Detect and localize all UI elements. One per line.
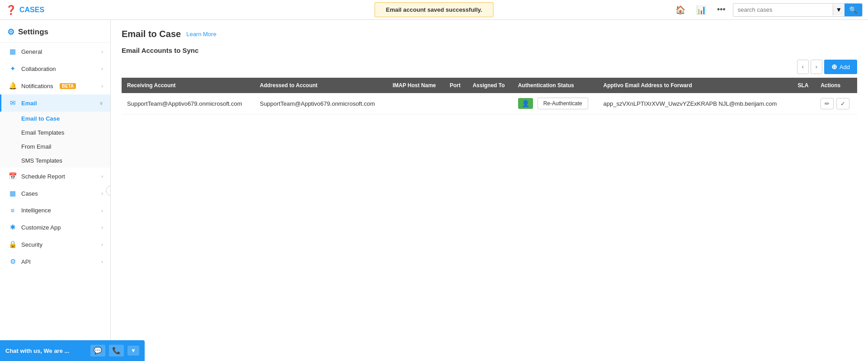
- api-chevron: ›: [101, 259, 103, 264]
- top-navbar: ❓ CASES Email account saved successfully…: [0, 0, 868, 20]
- page-header: Email to Case Learn More: [122, 29, 857, 39]
- email-icon: ✉: [9, 99, 17, 107]
- phone-icon-button[interactable]: 📞: [109, 345, 124, 356]
- sidebar-item-intelligence[interactable]: ≡ Intelligence ›: [0, 202, 110, 219]
- col-addressed-to: Addressed to Account: [255, 78, 387, 93]
- sidebar-subitem-from-email[interactable]: From Email: [0, 140, 110, 154]
- sidebar-item-general[interactable]: ▦ General ›: [0, 43, 110, 60]
- cell-actions: ✏ ✓: [815, 93, 857, 114]
- sidebar-subitem-sms-templates[interactable]: SMS Templates: [0, 154, 110, 168]
- next-button[interactable]: ›: [811, 60, 822, 74]
- notifications-label: Notifications: [21, 83, 53, 89]
- schedule-report-icon: 📅: [9, 172, 17, 180]
- collaboration-chevron: ›: [101, 66, 103, 71]
- sidebar-item-cases[interactable]: ▦ Cases ›: [0, 185, 110, 202]
- table-header-row: Receiving Account Addressed to Account I…: [122, 78, 857, 93]
- cell-assigned-to: [467, 93, 512, 114]
- customize-app-chevron: ›: [101, 225, 103, 230]
- chat-icon-button[interactable]: 💬: [90, 345, 105, 356]
- sidebar-item-security[interactable]: 🔒 Security ›: [0, 236, 110, 253]
- search-go-button[interactable]: 🔍: [844, 4, 862, 16]
- main-layout: ⚙ Settings ▦ General › ✦ Collaboration ›…: [0, 20, 868, 361]
- gear-icon: ⚙: [7, 27, 14, 37]
- api-icon: ⚙: [9, 258, 17, 266]
- sidebar-item-collaboration[interactable]: ✦ Collaboration ›: [0, 60, 110, 77]
- settings-label: Settings: [18, 28, 48, 37]
- cases-label: Cases: [21, 190, 38, 197]
- search-input[interactable]: [733, 4, 833, 15]
- prev-button[interactable]: ‹: [797, 60, 809, 74]
- cell-receiving-account: SupportTeam@Apptivo679.onmicrosoft.com: [122, 93, 255, 114]
- success-banner-container: Email account saved successfully.: [375, 2, 494, 17]
- notifications-icon: 🔔: [9, 82, 17, 90]
- add-button[interactable]: ⊕ Add: [824, 60, 857, 74]
- col-apptivo-email: Apptivo Email Address to Forward: [598, 78, 792, 93]
- edit-button[interactable]: ✏: [821, 98, 834, 109]
- customize-app-label: Customize App: [21, 224, 61, 231]
- add-bar: ‹ › ⊕ Add: [122, 60, 857, 74]
- chat-dropdown-button[interactable]: ▼: [127, 346, 139, 356]
- col-imap-host: IMAP Host Name: [387, 78, 444, 93]
- cell-auth-status: 👤 Re-Authenticate: [513, 93, 598, 114]
- add-icon: ⊕: [831, 63, 837, 71]
- app-logo[interactable]: ❓ CASES: [5, 5, 44, 15]
- security-icon: 🔒: [9, 240, 17, 248]
- search-container: ▼ 🔍: [733, 3, 863, 17]
- sidebar-item-notifications[interactable]: 🔔 Notifications BETA ›: [0, 77, 110, 94]
- cases-icon: ▦: [9, 189, 17, 197]
- col-assigned-to: Assigned To: [467, 78, 512, 93]
- sidebar-item-email[interactable]: ✉ Email ∨: [0, 94, 110, 112]
- email-to-case-label: Email to Case: [21, 115, 60, 122]
- chat-widget[interactable]: Chat with us, We are ... 💬 📞 ▼: [0, 340, 145, 361]
- cell-imap-host: [387, 93, 444, 114]
- cell-addressed-to: SupportTeam@Apptivo679.onmicrosoft.com: [255, 93, 387, 114]
- cases-chevron: ›: [101, 191, 103, 196]
- beta-badge: BETA: [60, 83, 76, 89]
- table-row: SupportTeam@Apptivo679.onmicrosoft.com S…: [122, 93, 857, 114]
- collaboration-label: Collaboration: [21, 66, 56, 72]
- more-button[interactable]: •••: [713, 3, 729, 16]
- add-button-label: Add: [840, 64, 850, 70]
- col-actions: Actions: [815, 78, 857, 93]
- sidebar: ⚙ Settings ▦ General › ✦ Collaboration ›…: [0, 20, 111, 361]
- search-dropdown-button[interactable]: ▼: [833, 4, 844, 15]
- customize-app-icon: ✱: [9, 223, 17, 231]
- app-title: CASES: [19, 6, 44, 14]
- col-sla: SLA: [793, 78, 816, 93]
- collaboration-icon: ✦: [9, 65, 17, 73]
- sidebar-subitem-email-to-case[interactable]: Email to Case: [0, 112, 110, 126]
- col-receiving-account: Receiving Account: [122, 78, 255, 93]
- email-accounts-table: Receiving Account Addressed to Account I…: [122, 78, 857, 114]
- general-chevron: ›: [101, 49, 103, 54]
- col-auth-status: Authentication Status: [513, 78, 598, 93]
- sms-templates-label: SMS Templates: [21, 157, 62, 164]
- sidebar-item-customize-app[interactable]: ✱ Customize App ›: [0, 219, 110, 236]
- cell-sla: [793, 93, 816, 114]
- sidebar-item-schedule-report[interactable]: 📅 Schedule Report ›: [0, 168, 110, 185]
- re-authenticate-button[interactable]: Re-Authenticate: [538, 98, 588, 109]
- general-icon: ▦: [9, 47, 17, 56]
- chat-widget-text: Chat with us, We are ...: [5, 347, 87, 354]
- sidebar-item-api[interactable]: ⚙ API ›: [0, 253, 110, 270]
- success-message: Email account saved successfully.: [386, 6, 482, 13]
- cell-apptivo-email: app_szVXnLPTIXrXVW_UwzvYZExKRAPB NJL@mb.…: [598, 93, 792, 114]
- chart-button[interactable]: 📊: [693, 3, 710, 17]
- security-chevron: ›: [101, 242, 103, 247]
- section-title: Email Accounts to Sync: [122, 47, 857, 54]
- main-content: Email to Case Learn More Email Accounts …: [111, 20, 868, 361]
- settings-header: ⚙ Settings: [0, 20, 110, 43]
- email-label: Email: [21, 100, 37, 107]
- check-button[interactable]: ✓: [836, 98, 849, 109]
- general-label: General: [21, 48, 42, 55]
- home-button[interactable]: 🏠: [672, 3, 689, 17]
- sidebar-subitem-email-templates[interactable]: Email Templates: [0, 126, 110, 140]
- email-templates-label: Email Templates: [21, 129, 64, 136]
- col-port: Port: [444, 78, 467, 93]
- email-submenu: Email to Case Email Templates From Email…: [0, 112, 110, 168]
- intelligence-label: Intelligence: [21, 207, 51, 214]
- auth-status-icon: 👤: [518, 98, 533, 109]
- api-label: API: [21, 258, 31, 265]
- learn-more-link[interactable]: Learn More: [186, 31, 216, 38]
- security-label: Security: [21, 241, 42, 248]
- notifications-chevron: ›: [101, 83, 103, 89]
